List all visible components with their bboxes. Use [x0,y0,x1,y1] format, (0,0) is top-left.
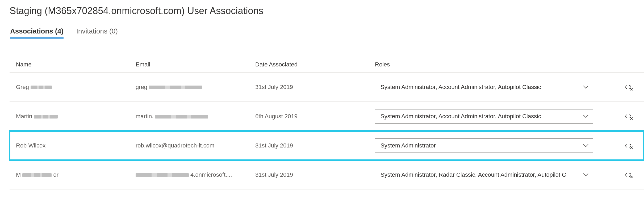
chevron-down-icon [583,115,588,118]
col-roles[interactable]: Roles [375,61,612,68]
roles-select-value: System Administrator, Radar Classic, Acc… [380,171,580,178]
cell-actions [612,171,638,178]
cell-name: Greg [16,84,136,91]
remove-association-icon[interactable] [624,142,633,149]
tabs: Associations (4)Invitations (0) [10,27,644,38]
roles-select[interactable]: System Administrator, Account Administra… [375,109,593,124]
col-name[interactable]: Name [16,61,136,68]
roles-select[interactable]: System Administrator, Radar Classic, Acc… [375,168,593,182]
remove-association-icon[interactable] [624,113,633,120]
chevron-down-icon [583,173,588,176]
cell-email: 4.onmicrosoft.... [136,171,255,178]
associations-table: Name Email Date Associated Roles Greg gr… [10,57,644,189]
col-email[interactable]: Email [136,61,255,68]
page-title: Staging (M365x702854.onmicrosoft.com) Us… [10,5,644,16]
table-row: M or 4.onmicrosoft....31st July 2019Syst… [10,160,644,189]
table-row: Greg greg 31st July 2019System Administr… [10,73,644,102]
roles-select[interactable]: System Administrator [375,138,593,153]
cell-date-associated: 31st July 2019 [255,171,375,178]
cell-date-associated: 6th August 2019 [255,113,375,120]
roles-select[interactable]: System Administrator, Account Administra… [375,80,593,94]
cell-name: Rob Wilcox [16,142,136,149]
roles-select-value: System Administrator, Account Administra… [380,113,580,120]
cell-email: greg [136,84,255,91]
cell-roles: System Administrator, Account Administra… [375,109,612,124]
tab-invitations[interactable]: Invitations (0) [76,27,118,38]
table-row: Martin martin. 6th August 2019System Adm… [10,102,644,131]
cell-roles: System Administrator, Radar Classic, Acc… [375,168,612,182]
cell-date-associated: 31st July 2019 [255,142,375,149]
table-row: Rob Wilcoxrob.wilcox@quadrotech-it.com31… [10,131,644,160]
remove-association-icon[interactable] [624,84,633,91]
table-header-row: Name Email Date Associated Roles [10,57,644,73]
chevron-down-icon [583,144,588,147]
tab-associations[interactable]: Associations (4) [10,27,64,38]
chevron-down-icon [583,86,588,89]
roles-select-value: System Administrator, Account Administra… [380,84,580,91]
cell-roles: System Administrator, Account Administra… [375,80,612,94]
cell-date-associated: 31st July 2019 [255,84,375,91]
cell-name: Martin [16,113,136,120]
cell-email: rob.wilcox@quadrotech-it.com [136,142,255,149]
cell-email: martin. [136,113,255,120]
roles-select-value: System Administrator [380,142,580,149]
cell-actions [612,84,638,91]
cell-actions [612,142,638,149]
cell-name: M or [16,171,136,178]
remove-association-icon[interactable] [624,171,633,178]
cell-roles: System Administrator [375,138,612,153]
col-date[interactable]: Date Associated [255,61,375,68]
cell-actions [612,113,638,120]
